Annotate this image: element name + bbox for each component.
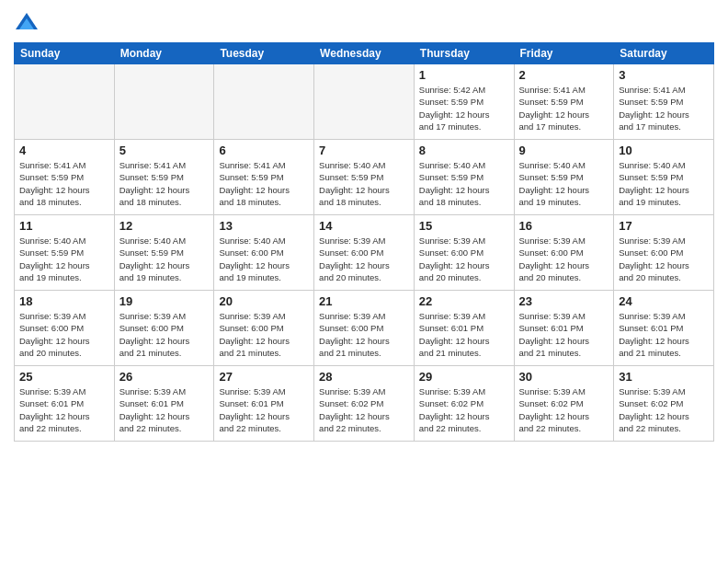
calendar-cell: 8Sunrise: 5:40 AM Sunset: 5:59 PM Daylig… <box>414 140 514 215</box>
day-info: Sunrise: 5:39 AM Sunset: 6:01 PM Dayligh… <box>219 385 309 434</box>
day-info: Sunrise: 5:39 AM Sunset: 6:00 PM Dayligh… <box>19 310 109 359</box>
day-info: Sunrise: 5:41 AM Sunset: 5:59 PM Dayligh… <box>519 84 609 132</box>
calendar-cell: 19Sunrise: 5:39 AM Sunset: 6:00 PM Dayli… <box>114 291 214 366</box>
calendar-week-1: 1Sunrise: 5:42 AM Sunset: 5:59 PM Daylig… <box>15 64 714 140</box>
day-info: Sunrise: 5:41 AM Sunset: 5:59 PM Dayligh… <box>19 159 109 208</box>
calendar-cell: 13Sunrise: 5:40 AM Sunset: 6:00 PM Dayli… <box>214 215 314 291</box>
day-info: Sunrise: 5:39 AM Sunset: 6:01 PM Dayligh… <box>19 385 109 434</box>
col-header-monday: Monday <box>114 43 214 64</box>
day-info: Sunrise: 5:39 AM Sunset: 6:01 PM Dayligh… <box>519 310 609 359</box>
day-info: Sunrise: 5:39 AM Sunset: 6:00 PM Dayligh… <box>319 235 409 283</box>
calendar-cell: 21Sunrise: 5:39 AM Sunset: 6:00 PM Dayli… <box>314 291 415 366</box>
col-header-thursday: Thursday <box>414 43 514 64</box>
col-header-sunday: Sunday <box>15 43 115 64</box>
col-header-saturday: Saturday <box>614 43 714 64</box>
day-number: 21 <box>319 294 409 308</box>
calendar-cell: 30Sunrise: 5:39 AM Sunset: 6:02 PM Dayli… <box>514 366 614 442</box>
calendar-cell: 20Sunrise: 5:39 AM Sunset: 6:00 PM Dayli… <box>214 291 314 366</box>
calendar-header-row: SundayMondayTuesdayWednesdayThursdayFrid… <box>15 43 714 64</box>
day-info: Sunrise: 5:39 AM Sunset: 6:02 PM Dayligh… <box>619 385 709 434</box>
calendar-cell: 3Sunrise: 5:41 AM Sunset: 5:59 PM Daylig… <box>614 64 714 140</box>
day-number: 4 <box>19 144 109 157</box>
calendar-cell: 11Sunrise: 5:40 AM Sunset: 5:59 PM Dayli… <box>15 215 115 291</box>
day-number: 6 <box>219 144 309 157</box>
calendar-cell: 26Sunrise: 5:39 AM Sunset: 6:01 PM Dayli… <box>114 366 214 442</box>
calendar-cell: 6Sunrise: 5:41 AM Sunset: 5:59 PM Daylig… <box>214 140 314 215</box>
day-info: Sunrise: 5:40 AM Sunset: 5:59 PM Dayligh… <box>319 159 409 208</box>
calendar-cell: 29Sunrise: 5:39 AM Sunset: 6:02 PM Dayli… <box>414 366 514 442</box>
calendar-cell: 16Sunrise: 5:39 AM Sunset: 6:00 PM Dayli… <box>514 215 614 291</box>
day-info: Sunrise: 5:41 AM Sunset: 5:59 PM Dayligh… <box>119 159 210 208</box>
calendar-cell: 28Sunrise: 5:39 AM Sunset: 6:02 PM Dayli… <box>314 366 415 442</box>
day-number: 29 <box>419 370 509 384</box>
day-number: 30 <box>519 370 609 384</box>
col-header-friday: Friday <box>514 43 614 64</box>
calendar-cell: 5Sunrise: 5:41 AM Sunset: 5:59 PM Daylig… <box>114 140 214 215</box>
day-info: Sunrise: 5:39 AM Sunset: 6:00 PM Dayligh… <box>419 235 509 283</box>
day-number: 20 <box>219 294 309 308</box>
calendar-cell <box>214 64 314 140</box>
day-info: Sunrise: 5:39 AM Sunset: 6:00 PM Dayligh… <box>119 310 210 359</box>
calendar-cell: 14Sunrise: 5:39 AM Sunset: 6:00 PM Dayli… <box>314 215 415 291</box>
day-number: 17 <box>619 219 709 233</box>
day-info: Sunrise: 5:39 AM Sunset: 6:00 PM Dayligh… <box>619 235 709 283</box>
header <box>14 9 714 35</box>
day-info: Sunrise: 5:40 AM Sunset: 5:59 PM Dayligh… <box>119 235 210 283</box>
calendar-cell: 4Sunrise: 5:41 AM Sunset: 5:59 PM Daylig… <box>15 140 115 215</box>
day-number: 16 <box>519 219 609 233</box>
calendar-week-4: 18Sunrise: 5:39 AM Sunset: 6:00 PM Dayli… <box>15 291 714 366</box>
calendar-week-5: 25Sunrise: 5:39 AM Sunset: 6:01 PM Dayli… <box>15 366 714 442</box>
day-info: Sunrise: 5:40 AM Sunset: 5:59 PM Dayligh… <box>519 159 609 208</box>
day-number: 28 <box>319 370 409 384</box>
calendar-cell: 2Sunrise: 5:41 AM Sunset: 5:59 PM Daylig… <box>514 64 614 140</box>
day-number: 27 <box>219 370 309 384</box>
calendar-cell: 24Sunrise: 5:39 AM Sunset: 6:01 PM Dayli… <box>614 291 714 366</box>
calendar-cell: 27Sunrise: 5:39 AM Sunset: 6:01 PM Dayli… <box>214 366 314 442</box>
day-number: 18 <box>19 294 109 308</box>
day-number: 10 <box>619 144 709 157</box>
day-info: Sunrise: 5:39 AM Sunset: 6:02 PM Dayligh… <box>319 385 409 434</box>
day-number: 19 <box>119 294 210 308</box>
calendar-cell: 23Sunrise: 5:39 AM Sunset: 6:01 PM Dayli… <box>514 291 614 366</box>
day-number: 15 <box>419 219 509 233</box>
day-number: 26 <box>119 370 210 384</box>
calendar-cell <box>15 64 115 140</box>
calendar-cell: 1Sunrise: 5:42 AM Sunset: 5:59 PM Daylig… <box>414 64 514 140</box>
calendar-cell: 17Sunrise: 5:39 AM Sunset: 6:00 PM Dayli… <box>614 215 714 291</box>
calendar-cell: 10Sunrise: 5:40 AM Sunset: 5:59 PM Dayli… <box>614 140 714 215</box>
calendar-cell: 31Sunrise: 5:39 AM Sunset: 6:02 PM Dayli… <box>614 366 714 442</box>
col-header-tuesday: Tuesday <box>214 43 314 64</box>
calendar-cell: 7Sunrise: 5:40 AM Sunset: 5:59 PM Daylig… <box>314 140 415 215</box>
calendar-cell: 15Sunrise: 5:39 AM Sunset: 6:00 PM Dayli… <box>414 215 514 291</box>
day-info: Sunrise: 5:40 AM Sunset: 6:00 PM Dayligh… <box>219 235 309 283</box>
day-number: 5 <box>119 144 210 157</box>
day-info: Sunrise: 5:39 AM Sunset: 6:02 PM Dayligh… <box>419 385 509 434</box>
day-number: 23 <box>519 294 609 308</box>
day-number: 14 <box>319 219 409 233</box>
day-number: 1 <box>419 68 509 82</box>
day-info: Sunrise: 5:39 AM Sunset: 6:01 PM Dayligh… <box>419 310 509 359</box>
day-number: 25 <box>19 370 109 384</box>
day-number: 7 <box>319 144 409 157</box>
calendar-cell: 12Sunrise: 5:40 AM Sunset: 5:59 PM Dayli… <box>114 215 214 291</box>
logo-icon <box>14 9 40 35</box>
day-info: Sunrise: 5:42 AM Sunset: 5:59 PM Dayligh… <box>419 84 509 132</box>
day-info: Sunrise: 5:41 AM Sunset: 5:59 PM Dayligh… <box>219 159 309 208</box>
day-number: 13 <box>219 219 309 233</box>
day-info: Sunrise: 5:39 AM Sunset: 6:01 PM Dayligh… <box>119 385 210 434</box>
day-info: Sunrise: 5:39 AM Sunset: 6:00 PM Dayligh… <box>219 310 309 359</box>
day-number: 9 <box>519 144 609 157</box>
day-number: 2 <box>519 68 609 82</box>
day-number: 22 <box>419 294 509 308</box>
calendar-cell: 22Sunrise: 5:39 AM Sunset: 6:01 PM Dayli… <box>414 291 514 366</box>
day-info: Sunrise: 5:40 AM Sunset: 5:59 PM Dayligh… <box>19 235 109 283</box>
day-info: Sunrise: 5:39 AM Sunset: 6:01 PM Dayligh… <box>619 310 709 359</box>
day-number: 31 <box>619 370 709 384</box>
calendar-table: SundayMondayTuesdayWednesdayThursdayFrid… <box>14 42 714 442</box>
day-info: Sunrise: 5:39 AM Sunset: 6:00 PM Dayligh… <box>519 235 609 283</box>
day-number: 12 <box>119 219 210 233</box>
calendar-week-3: 11Sunrise: 5:40 AM Sunset: 5:59 PM Dayli… <box>15 215 714 291</box>
day-info: Sunrise: 5:40 AM Sunset: 5:59 PM Dayligh… <box>419 159 509 208</box>
day-number: 24 <box>619 294 709 308</box>
day-info: Sunrise: 5:41 AM Sunset: 5:59 PM Dayligh… <box>619 84 709 132</box>
